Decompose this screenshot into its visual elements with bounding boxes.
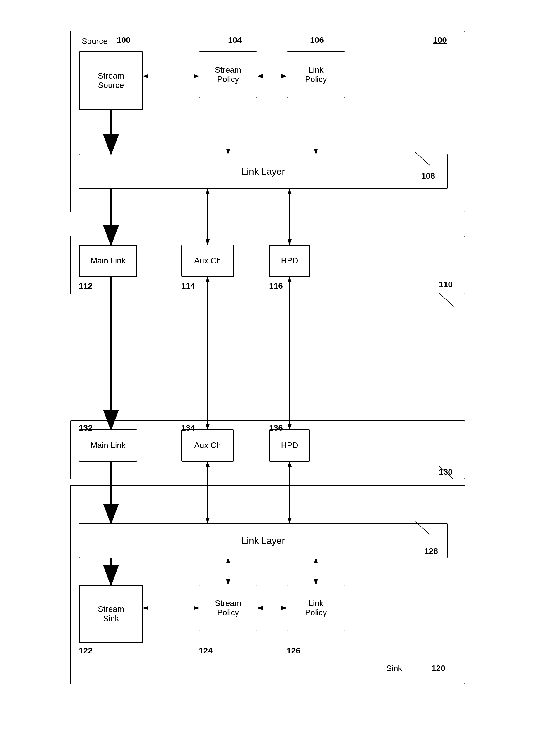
main-link-bottom-ref: 132 <box>79 423 93 433</box>
link-policy-bottom-box: LinkPolicy <box>286 585 345 631</box>
section-120-ref: 120 <box>432 664 445 673</box>
main-link-top-label: Main Link <box>91 256 126 265</box>
aux-ch-bottom-ref: 134 <box>181 423 195 433</box>
hpd-top-box: HPD <box>269 245 310 277</box>
link-layer-top-box: Link Layer <box>79 154 448 189</box>
stream-sink-box: StreamSink <box>79 585 143 643</box>
link-layer-top-label: Link Layer <box>242 166 285 177</box>
stream-policy-bottom-box: StreamPolicy <box>199 585 258 631</box>
stream-policy-bottom-ref: 124 <box>199 646 213 655</box>
source-label: Source <box>82 37 108 46</box>
stream-sink-ref: 122 <box>79 646 93 655</box>
link-layer-bottom-label: Link Layer <box>242 535 285 546</box>
hpd-bottom-box: HPD <box>269 429 310 462</box>
link-layer-bottom-box: Link Layer <box>79 523 448 558</box>
hpd-top-label: HPD <box>281 256 298 265</box>
stream-policy-top-label: StreamPolicy <box>215 65 241 84</box>
aux-ch-top-box: Aux Ch <box>181 245 234 277</box>
stream-policy-bottom-label: StreamPolicy <box>215 599 241 617</box>
stream-source-box: StreamSource <box>79 51 143 110</box>
stream-sink-label: StreamSink <box>98 605 124 623</box>
section-100-ref: 100 <box>433 35 447 45</box>
phy-source-ref: 110 <box>439 280 453 289</box>
link-policy-top-label: LinkPolicy <box>305 65 327 84</box>
stream-source-label: StreamSource <box>98 71 124 90</box>
main-link-top-box: Main Link <box>79 245 137 277</box>
link-layer-top-ref: 108 <box>421 171 435 181</box>
diagram-container: Source 100 104 106 100 StreamSource Stre… <box>52 31 492 749</box>
phy-sink-ref: 130 <box>439 467 453 477</box>
sink-label: Sink <box>386 664 402 673</box>
hpd-top-ref: 116 <box>269 281 283 291</box>
svg-line-26 <box>439 293 453 306</box>
link-policy-bottom-label: LinkPolicy <box>305 599 327 617</box>
main-link-bottom-label: Main Link <box>91 441 126 450</box>
link-policy-ref-top: 106 <box>310 35 324 45</box>
link-policy-top-box: LinkPolicy <box>286 51 345 98</box>
aux-ch-top-label: Aux Ch <box>194 256 221 265</box>
aux-ch-bottom-label: Aux Ch <box>194 441 221 450</box>
aux-ch-top-ref: 114 <box>181 281 195 291</box>
link-layer-bottom-ref: 128 <box>424 546 438 556</box>
main-link-top-ref: 112 <box>79 281 93 291</box>
link-policy-bottom-ref: 126 <box>286 646 300 655</box>
stream-policy-ref-top: 104 <box>228 35 242 45</box>
aux-ch-bottom-box: Aux Ch <box>181 429 234 462</box>
main-link-bottom-box: Main Link <box>79 429 137 462</box>
stream-policy-top-box: StreamPolicy <box>199 51 258 98</box>
source-ref: 100 <box>117 35 131 45</box>
page: Source 100 104 106 100 StreamSource Stre… <box>0 0 544 756</box>
hpd-bottom-label: HPD <box>281 441 298 450</box>
hpd-bottom-ref: 136 <box>269 423 283 433</box>
